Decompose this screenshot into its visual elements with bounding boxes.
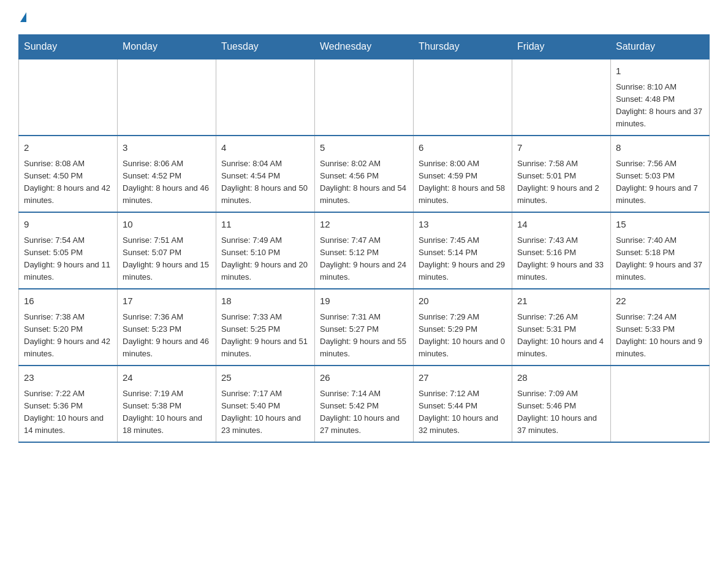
day-number: 5 <box>320 141 408 155</box>
day-number: 18 <box>221 294 309 308</box>
calendar-cell: 26Sunrise: 7:14 AM Sunset: 5:42 PM Dayli… <box>315 366 414 442</box>
day-info: Sunrise: 7:24 AM Sunset: 5:33 PM Dayligh… <box>616 312 702 358</box>
day-info: Sunrise: 7:49 AM Sunset: 5:10 PM Dayligh… <box>221 236 308 282</box>
calendar-header-row: SundayMondayTuesdayWednesdayThursdayFrid… <box>19 35 710 59</box>
day-number: 16 <box>24 294 112 308</box>
calendar-cell: 20Sunrise: 7:29 AM Sunset: 5:29 PM Dayli… <box>414 289 512 366</box>
calendar-header-friday: Friday <box>512 35 611 59</box>
day-number: 8 <box>616 141 704 155</box>
day-number: 1 <box>616 64 704 79</box>
logo <box>18 12 26 22</box>
calendar-cell: 19Sunrise: 7:31 AM Sunset: 5:27 PM Dayli… <box>315 289 414 366</box>
day-info: Sunrise: 7:22 AM Sunset: 5:36 PM Dayligh… <box>24 389 104 435</box>
calendar-cell: 3Sunrise: 8:06 AM Sunset: 4:52 PM Daylig… <box>118 136 216 212</box>
calendar-cell: 16Sunrise: 7:38 AM Sunset: 5:20 PM Dayli… <box>19 289 118 366</box>
day-info: Sunrise: 7:12 AM Sunset: 5:44 PM Dayligh… <box>419 389 498 435</box>
calendar-header-wednesday: Wednesday <box>315 35 414 59</box>
page-header <box>18 12 710 22</box>
day-info: Sunrise: 7:33 AM Sunset: 5:25 PM Dayligh… <box>221 312 308 358</box>
calendar-cell: 22Sunrise: 7:24 AM Sunset: 5:33 PM Dayli… <box>611 289 710 366</box>
day-info: Sunrise: 7:29 AM Sunset: 5:29 PM Dayligh… <box>419 312 505 358</box>
day-info: Sunrise: 7:40 AM Sunset: 5:18 PM Dayligh… <box>616 236 702 282</box>
day-info: Sunrise: 7:31 AM Sunset: 5:27 PM Dayligh… <box>320 312 406 358</box>
calendar-cell: 28Sunrise: 7:09 AM Sunset: 5:46 PM Dayli… <box>512 366 611 442</box>
day-number: 14 <box>517 218 605 232</box>
day-info: Sunrise: 7:09 AM Sunset: 5:46 PM Dayligh… <box>517 389 597 435</box>
day-number: 22 <box>616 294 704 308</box>
day-number: 17 <box>123 294 211 308</box>
calendar-cell <box>414 59 512 136</box>
calendar-cell <box>118 59 216 136</box>
day-number: 7 <box>517 141 605 155</box>
day-info: Sunrise: 8:02 AM Sunset: 4:56 PM Dayligh… <box>320 159 406 205</box>
day-number: 19 <box>320 294 408 308</box>
day-info: Sunrise: 7:56 AM Sunset: 5:03 PM Dayligh… <box>616 159 698 205</box>
day-info: Sunrise: 7:58 AM Sunset: 5:01 PM Dayligh… <box>517 159 599 205</box>
day-number: 3 <box>123 141 211 155</box>
calendar-table: SundayMondayTuesdayWednesdayThursdayFrid… <box>18 34 710 443</box>
calendar-cell <box>19 59 118 136</box>
calendar-cell <box>512 59 611 136</box>
day-info: Sunrise: 7:43 AM Sunset: 5:16 PM Dayligh… <box>517 236 604 282</box>
calendar-cell <box>216 59 315 136</box>
calendar-week-row: 9Sunrise: 7:54 AM Sunset: 5:05 PM Daylig… <box>19 212 710 289</box>
day-info: Sunrise: 8:08 AM Sunset: 4:50 PM Dayligh… <box>24 159 110 205</box>
calendar-week-row: 16Sunrise: 7:38 AM Sunset: 5:20 PM Dayli… <box>19 289 710 366</box>
calendar-cell: 6Sunrise: 8:00 AM Sunset: 4:59 PM Daylig… <box>414 136 512 212</box>
day-info: Sunrise: 8:10 AM Sunset: 4:48 PM Dayligh… <box>616 82 702 128</box>
day-number: 13 <box>419 218 507 232</box>
calendar-week-row: 23Sunrise: 7:22 AM Sunset: 5:36 PM Dayli… <box>19 366 710 442</box>
calendar-week-row: 1Sunrise: 8:10 AM Sunset: 4:48 PM Daylig… <box>19 59 710 136</box>
day-number: 2 <box>24 141 112 155</box>
calendar-header-sunday: Sunday <box>19 35 118 59</box>
calendar-cell: 8Sunrise: 7:56 AM Sunset: 5:03 PM Daylig… <box>611 136 710 212</box>
calendar-cell: 17Sunrise: 7:36 AM Sunset: 5:23 PM Dayli… <box>118 289 216 366</box>
day-info: Sunrise: 7:54 AM Sunset: 5:05 PM Dayligh… <box>24 236 110 282</box>
day-info: Sunrise: 7:26 AM Sunset: 5:31 PM Dayligh… <box>517 312 604 358</box>
day-number: 6 <box>419 141 507 155</box>
calendar-header-thursday: Thursday <box>414 35 512 59</box>
calendar-cell: 11Sunrise: 7:49 AM Sunset: 5:10 PM Dayli… <box>216 212 315 289</box>
calendar-cell <box>315 59 414 136</box>
calendar-cell: 2Sunrise: 8:08 AM Sunset: 4:50 PM Daylig… <box>19 136 118 212</box>
day-number: 12 <box>320 218 408 232</box>
calendar-cell: 18Sunrise: 7:33 AM Sunset: 5:25 PM Dayli… <box>216 289 315 366</box>
calendar-week-row: 2Sunrise: 8:08 AM Sunset: 4:50 PM Daylig… <box>19 136 710 212</box>
calendar-cell: 4Sunrise: 8:04 AM Sunset: 4:54 PM Daylig… <box>216 136 315 212</box>
day-info: Sunrise: 7:51 AM Sunset: 5:07 PM Dayligh… <box>123 236 209 282</box>
day-number: 10 <box>123 218 211 232</box>
day-number: 25 <box>221 371 309 385</box>
day-number: 20 <box>419 294 507 308</box>
calendar-cell: 27Sunrise: 7:12 AM Sunset: 5:44 PM Dayli… <box>414 366 512 442</box>
calendar-cell: 14Sunrise: 7:43 AM Sunset: 5:16 PM Dayli… <box>512 212 611 289</box>
day-number: 9 <box>24 218 112 232</box>
calendar-cell: 21Sunrise: 7:26 AM Sunset: 5:31 PM Dayli… <box>512 289 611 366</box>
day-info: Sunrise: 7:36 AM Sunset: 5:23 PM Dayligh… <box>123 312 209 358</box>
calendar-cell: 5Sunrise: 8:02 AM Sunset: 4:56 PM Daylig… <box>315 136 414 212</box>
day-info: Sunrise: 7:47 AM Sunset: 5:12 PM Dayligh… <box>320 236 406 282</box>
calendar-header-monday: Monday <box>118 35 216 59</box>
calendar-cell: 10Sunrise: 7:51 AM Sunset: 5:07 PM Dayli… <box>118 212 216 289</box>
day-number: 4 <box>221 141 309 155</box>
day-number: 26 <box>320 371 408 385</box>
calendar-cell: 13Sunrise: 7:45 AM Sunset: 5:14 PM Dayli… <box>414 212 512 289</box>
logo-triangle-icon <box>20 12 26 22</box>
day-info: Sunrise: 7:45 AM Sunset: 5:14 PM Dayligh… <box>419 236 505 282</box>
day-info: Sunrise: 7:19 AM Sunset: 5:38 PM Dayligh… <box>123 389 202 435</box>
day-number: 21 <box>517 294 605 308</box>
calendar-cell: 23Sunrise: 7:22 AM Sunset: 5:36 PM Dayli… <box>19 366 118 442</box>
day-number: 15 <box>616 218 704 232</box>
calendar-cell: 24Sunrise: 7:19 AM Sunset: 5:38 PM Dayli… <box>118 366 216 442</box>
calendar-cell: 1Sunrise: 8:10 AM Sunset: 4:48 PM Daylig… <box>611 59 710 136</box>
calendar-header-saturday: Saturday <box>611 35 710 59</box>
calendar-cell: 12Sunrise: 7:47 AM Sunset: 5:12 PM Dayli… <box>315 212 414 289</box>
day-info: Sunrise: 7:14 AM Sunset: 5:42 PM Dayligh… <box>320 389 400 435</box>
day-info: Sunrise: 8:04 AM Sunset: 4:54 PM Dayligh… <box>221 159 308 205</box>
day-number: 28 <box>517 371 605 385</box>
day-info: Sunrise: 8:00 AM Sunset: 4:59 PM Dayligh… <box>419 159 505 205</box>
day-info: Sunrise: 8:06 AM Sunset: 4:52 PM Dayligh… <box>123 159 209 205</box>
day-number: 27 <box>419 371 507 385</box>
calendar-header-tuesday: Tuesday <box>216 35 315 59</box>
day-number: 24 <box>123 371 211 385</box>
calendar-cell: 7Sunrise: 7:58 AM Sunset: 5:01 PM Daylig… <box>512 136 611 212</box>
